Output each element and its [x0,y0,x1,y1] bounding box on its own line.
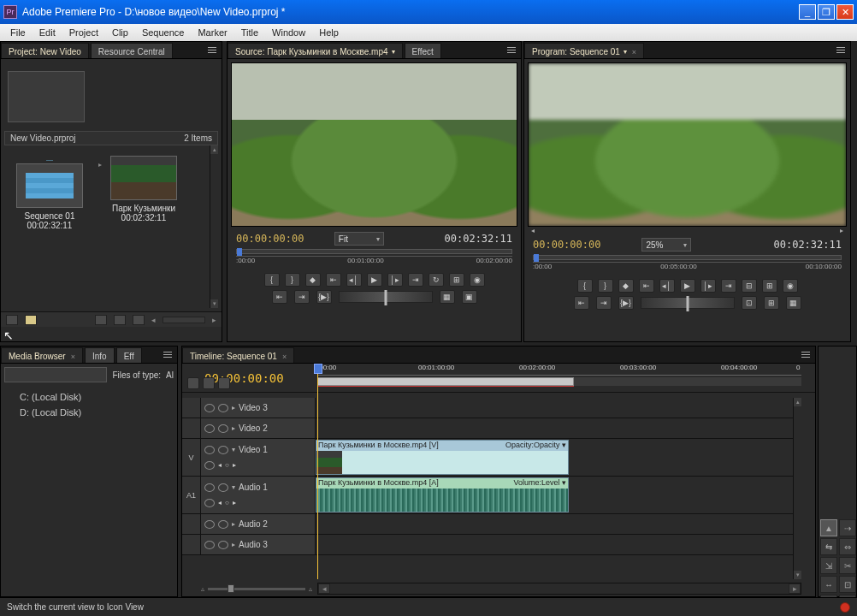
slip-tool[interactable]: ↔ [820,576,837,593]
rolling-edit-tool[interactable]: ⇔ [839,538,856,555]
snap-icon[interactable] [187,377,199,389]
maximize-button[interactable]: ❐ [818,4,835,20]
minimize-button[interactable]: _ [799,4,816,20]
marker-icon[interactable] [218,377,230,389]
prev-keyframe-icon[interactable]: ◂ [218,499,222,507]
menu-file[interactable]: File [3,26,33,39]
panel-menu-icon[interactable] [505,44,517,56]
new-bin-button[interactable] [114,315,126,325]
next-marker-button[interactable]: ⇥ [294,290,310,304]
toggle-track-output-icon[interactable] [204,446,215,454]
timeline-hscrollbar[interactable]: ◂▸ [317,583,801,595]
find-button[interactable] [95,315,107,325]
multi-camera-button[interactable]: ⊞ [764,296,779,310]
tab-info[interactable]: Info [85,347,115,363]
panel-menu-icon[interactable] [206,44,218,56]
audio-clip[interactable]: Парк Кузьминки в Москве.mp4 [A]Volume:Le… [316,477,569,512]
prev-marker-button[interactable]: ⇤ [574,296,589,310]
step-back-button[interactable]: ◂│ [659,279,675,293]
timeline-zoom-slider[interactable]: ▵▵ [201,583,312,595]
source-video-display[interactable] [231,62,517,227]
zoom-dropdown[interactable]: 25% [641,238,691,252]
tab-project[interactable]: Project: New Video [1,43,89,58]
solo-icon[interactable] [218,541,228,549]
panel-menu-icon[interactable] [800,348,812,360]
rate-stretch-tool[interactable]: ⇲ [820,557,837,574]
go-to-in-button[interactable]: ⇤ [326,273,341,287]
play-in-out-button[interactable]: {▶} [618,296,634,310]
panel-menu-icon[interactable] [162,348,174,360]
play-button[interactable]: ▶ [367,273,382,287]
play-in-out-button[interactable]: {▶} [316,290,332,304]
tab-source[interactable]: Source: Парк Кузьминки в Москве.mp4▾ [228,43,403,58]
next-keyframe-icon[interactable]: ▸ [233,499,236,507]
mark-in-button[interactable]: { [264,273,280,287]
list-view-button[interactable] [6,315,18,325]
output-button[interactable]: ◉ [470,273,485,287]
prev-keyframe-icon[interactable]: ◂ [218,461,222,470]
drive-d[interactable]: D: (Local Disk) [8,405,170,420]
tab-timeline[interactable]: Timeline: Sequence 01× [182,347,294,363]
razor-tool[interactable]: ✂ [839,557,856,574]
next-keyframe-icon[interactable]: ▸ [233,461,236,470]
toggle-track-output-icon[interactable] [204,424,215,433]
go-to-prev-button[interactable]: ⇤ [639,279,654,293]
prev-marker-button[interactable]: ⇤ [272,290,287,304]
add-keyframe-icon[interactable]: ○ [225,461,229,470]
add-keyframe-icon[interactable]: ○ [225,499,229,507]
mark-in-button[interactable]: { [577,279,593,293]
track-target-a1[interactable]: A1 [182,477,201,513]
menu-window[interactable]: Window [265,26,312,39]
mute-icon[interactable] [204,520,215,529]
step-back-button[interactable]: ◂│ [346,273,362,287]
shuttle-slider[interactable] [339,291,433,303]
drive-c[interactable]: C: (Local Disk) [8,389,170,405]
close-button[interactable]: ✕ [836,4,854,20]
bin-item-clip[interactable]: Парк Кузьминки 00:02:32:11 [105,156,182,222]
tab-effects[interactable]: Eff [116,347,142,363]
timeline-vscrollbar[interactable]: ▴▾ [793,398,801,579]
directory-dropdown[interactable] [4,367,107,382]
menu-title[interactable]: Title [234,26,265,39]
menu-project[interactable]: Project [62,26,105,39]
new-item-button[interactable] [133,315,145,325]
go-to-next-button[interactable]: ⇥ [721,279,736,293]
bin-item-sequence[interactable]: — Sequence 01 00:02:32:11 [11,156,88,298]
menu-marker[interactable]: Marker [191,26,233,39]
track-select-tool[interactable]: ⇢ [839,519,856,536]
tab-media-browser[interactable]: Media Browser× [1,347,83,363]
next-edit-triangle[interactable]: ▸ [840,227,843,234]
work-area-bar[interactable] [317,377,574,386]
menu-clip[interactable]: Clip [105,26,135,39]
icon-view-button[interactable] [25,315,37,325]
lift-button[interactable]: ⊟ [742,279,757,293]
toggle-track-lock-icon[interactable] [218,404,228,412]
tab-program[interactable]: Program: Sequence 01▾× [524,43,644,58]
step-forward-button[interactable]: │▸ [700,279,716,293]
ripple-edit-tool[interactable]: ⇆ [820,538,837,555]
mute-icon[interactable] [204,483,215,492]
trim-button[interactable]: ⊡ [742,296,757,310]
step-forward-button[interactable]: │▸ [387,273,403,287]
slide-tool[interactable]: ⊡ [839,576,856,593]
toggle-track-lock-icon[interactable] [218,446,228,454]
fit-dropdown[interactable]: Fit [334,232,384,246]
menu-edit[interactable]: Edit [33,26,62,39]
shuttle-slider[interactable] [641,297,735,309]
selection-tool[interactable]: ▲ [820,519,837,536]
toggle-track-output-icon[interactable] [204,404,215,412]
overwrite-button[interactable]: ▣ [462,290,477,304]
source-timecode-in[interactable]: 00:00:00:00 [236,233,304,245]
menu-help[interactable]: Help [312,26,346,39]
solo-icon[interactable] [218,483,228,492]
files-of-type-value[interactable]: Al [166,370,174,380]
output-button[interactable]: ◉ [783,279,798,293]
program-video-display[interactable] [528,62,847,227]
multicam-record-button[interactable]: ▦ [786,296,801,310]
tab-effect-controls[interactable]: Effect [405,43,441,58]
mute-icon[interactable] [204,541,215,549]
prev-edit-triangle[interactable]: ◂ [531,227,535,234]
status-indicator-icon[interactable] [840,602,850,613]
insert-button[interactable]: ▦ [440,290,455,304]
set-marker-button[interactable]: ◆ [305,273,321,287]
